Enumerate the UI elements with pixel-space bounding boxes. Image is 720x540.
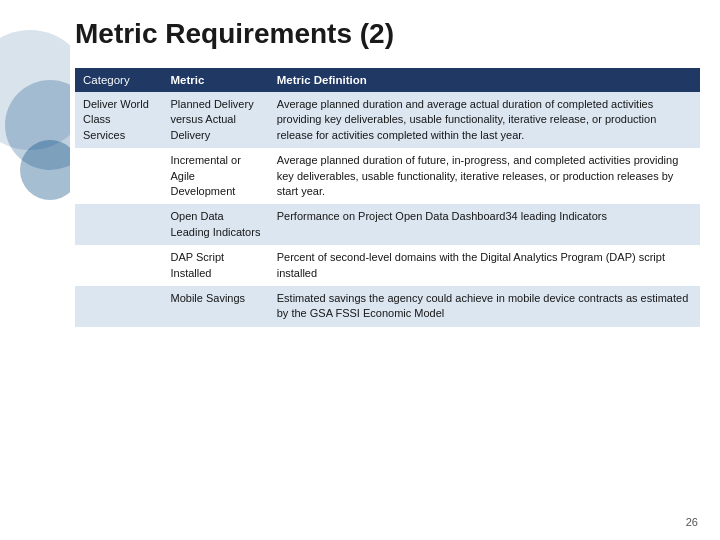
table-row: Mobile SavingsEstimated savings the agen…	[75, 286, 700, 327]
header-definition: Metric Definition	[269, 68, 700, 92]
cell-metric: Open Data Leading Indicators	[163, 204, 269, 245]
cell-metric: DAP Script Installed	[163, 245, 269, 286]
page-number: 26	[686, 516, 698, 528]
table-row: Open Data Leading IndicatorsPerformance …	[75, 204, 700, 245]
cell-definition: Estimated savings the agency could achie…	[269, 286, 700, 327]
metrics-table: Category Metric Metric Definition Delive…	[75, 68, 700, 327]
decorative-circles	[0, 0, 70, 540]
cell-category	[75, 286, 163, 327]
table-row: Deliver World Class ServicesPlanned Deli…	[75, 92, 700, 148]
cell-metric: Incremental or Agile Development	[163, 148, 269, 204]
table-row: Incremental or Agile DevelopmentAverage …	[75, 148, 700, 204]
table-header-row: Category Metric Metric Definition	[75, 68, 700, 92]
cell-category	[75, 148, 163, 204]
header-category: Category	[75, 68, 163, 92]
cell-definition: Average planned duration of future, in-p…	[269, 148, 700, 204]
slide-title: Metric Requirements (2)	[75, 18, 394, 50]
cell-category	[75, 204, 163, 245]
cell-category: Deliver World Class Services	[75, 92, 163, 148]
table-wrapper: Category Metric Metric Definition Delive…	[75, 68, 700, 500]
cell-metric: Mobile Savings	[163, 286, 269, 327]
cell-definition: Percent of second-level domains with the…	[269, 245, 700, 286]
cell-metric: Planned Delivery versus Actual Delivery	[163, 92, 269, 148]
cell-definition: Average planned duration and average act…	[269, 92, 700, 148]
header-metric: Metric	[163, 68, 269, 92]
table-row: DAP Script InstalledPercent of second-le…	[75, 245, 700, 286]
circle-small	[20, 140, 70, 200]
slide-container: Metric Requirements (2) Category Metric …	[0, 0, 720, 540]
cell-definition: Performance on Project Open Data Dashboa…	[269, 204, 700, 245]
cell-category	[75, 245, 163, 286]
